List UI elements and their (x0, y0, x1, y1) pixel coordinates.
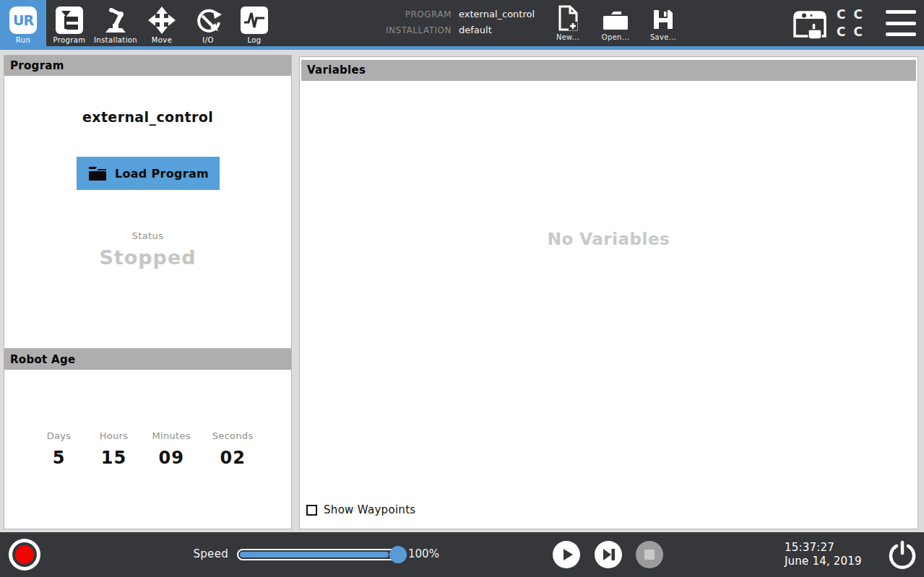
hamburger-bar (886, 32, 916, 36)
speed-slider-thumb[interactable] (389, 546, 407, 563)
age-hours: Hours 15 (98, 430, 131, 468)
tab-installation[interactable]: Installation (92, 0, 139, 46)
program-panel: Program external_control Load Program St… (4, 55, 292, 349)
robot-status-red-indicator (15, 545, 34, 564)
robot-status-ring (12, 542, 37, 567)
folder-icon (87, 165, 108, 182)
file-actions: New... Open... (547, 6, 684, 41)
corner-status-glyphs: C C C C (837, 6, 863, 40)
variables-panel: Variables No Variables Show Waypoints (299, 56, 918, 529)
tab-io-label: I/O (202, 36, 213, 44)
stop-icon (644, 550, 655, 560)
age-days: Days 5 (43, 430, 76, 468)
log-waveform-icon (241, 4, 268, 36)
hamburger-bar (886, 10, 916, 14)
clock-date: June 14, 2019 (785, 555, 862, 568)
age-minutes-value: 09 (152, 448, 191, 468)
glyph-c4: C (853, 24, 862, 40)
power-icon (887, 539, 917, 570)
hand-cursor-icon (808, 23, 821, 39)
robot-age-counters: Days 5 Hours 15 Minutes 09 Seconds 02 (4, 430, 291, 468)
speed-slider-fill (240, 552, 389, 558)
installation-label: INSTALLATION (360, 25, 452, 36)
top-bar: UR Run Program (0, 0, 924, 50)
age-seconds-value: 02 (212, 448, 254, 468)
remote-control-button[interactable] (789, 6, 831, 42)
glyph-c2: C (853, 6, 862, 23)
tab-program[interactable]: Program (46, 0, 92, 46)
tab-io[interactable]: I/O (185, 0, 231, 46)
save-button[interactable]: Save... (642, 6, 684, 41)
robot-arm-icon (100, 4, 131, 36)
stop-button[interactable] (636, 541, 663, 568)
main-tabs: UR Run Program (0, 0, 277, 46)
program-tree-icon (56, 4, 83, 36)
status-label: Status (4, 230, 291, 241)
no-variables-message: No Variables (300, 230, 917, 248)
tab-installation-label: Installation (94, 36, 137, 44)
status-value: Stopped (4, 246, 291, 269)
power-button[interactable] (887, 539, 917, 570)
tab-program-label: Program (53, 36, 86, 44)
show-waypoints-checkbox[interactable] (306, 505, 317, 516)
clock: 15:37:27 June 14, 2019 (785, 541, 862, 568)
program-label: PROGRAM (360, 9, 452, 20)
tab-move[interactable]: Move (139, 0, 185, 46)
loaded-program-name: external_control (4, 109, 291, 125)
hamburger-bar (886, 22, 916, 25)
robot-age-title: Robot Age (4, 350, 291, 370)
open-button-label: Open... (602, 33, 629, 41)
age-seconds: Seconds 02 (212, 430, 254, 468)
ur-logo-icon: UR (9, 4, 37, 36)
show-waypoints-control[interactable]: Show Waypoints (306, 503, 415, 516)
save-floppy-icon (652, 6, 675, 31)
bottom-bar: Speed 100% 15:37:27 (0, 532, 924, 577)
speed-label: Speed (173, 547, 228, 560)
clock-time: 15:37:27 (785, 541, 862, 555)
hamburger-menu-button[interactable] (886, 10, 916, 36)
io-icon (193, 4, 223, 36)
new-button-label: New... (556, 33, 579, 41)
variables-panel-title: Variables (301, 60, 916, 81)
program-panel-title: Program (4, 56, 291, 76)
new-button[interactable]: New... (547, 6, 589, 41)
play-button[interactable] (553, 541, 580, 568)
age-days-value: 5 (43, 448, 76, 468)
age-hours-label: Hours (98, 430, 131, 441)
age-minutes: Minutes 09 (152, 430, 191, 468)
robot-status-button[interactable] (9, 539, 40, 571)
polyscope-screen: UR Run Program (0, 0, 924, 577)
teach-pendant-icon (789, 6, 831, 42)
tab-move-label: Move (152, 36, 172, 44)
robot-age-panel: Robot Age Days 5 Hours 15 Minutes 09 Sec… (4, 349, 292, 529)
tab-run[interactable]: UR Run (0, 0, 46, 46)
program-value: external_control (459, 9, 535, 20)
glyph-c3: C (837, 24, 845, 40)
installation-value: default (459, 25, 535, 36)
open-folder-icon (602, 6, 629, 31)
age-minutes-label: Minutes (152, 430, 191, 441)
tab-log[interactable]: Log (231, 0, 277, 46)
age-days-label: Days (43, 430, 76, 441)
speed-percent: 100% (408, 547, 439, 560)
age-seconds-label: Seconds (212, 430, 254, 441)
tab-run-label: Run (16, 36, 30, 44)
load-program-button[interactable]: Load Program (77, 157, 220, 190)
new-file-icon (556, 6, 579, 31)
show-waypoints-label: Show Waypoints (324, 503, 415, 516)
open-button[interactable]: Open... (595, 6, 636, 41)
age-hours-value: 15 (98, 448, 131, 468)
speed-slider[interactable] (237, 549, 405, 560)
load-program-label: Load Program (115, 167, 209, 181)
glyph-c1: C (837, 6, 845, 23)
loaded-file-info: PROGRAM external_control INSTALLATION de… (360, 9, 535, 36)
save-button-label: Save... (650, 33, 676, 41)
step-forward-button[interactable] (595, 541, 622, 568)
tab-log-label: Log (247, 36, 261, 44)
move-arrows-icon (147, 4, 176, 36)
